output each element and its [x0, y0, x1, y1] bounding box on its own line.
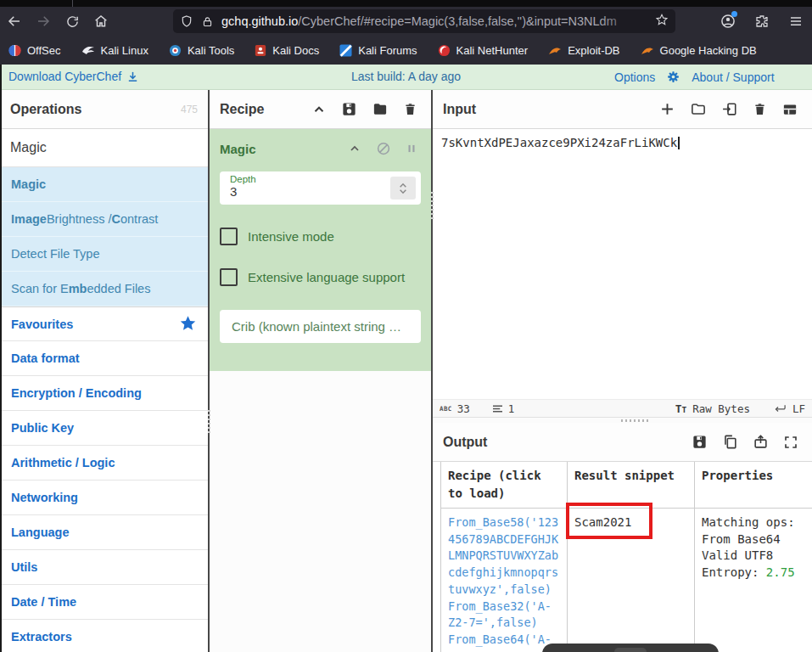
disable-operation-icon[interactable]	[376, 141, 391, 156]
depth-input[interactable]	[230, 184, 357, 199]
splitter-recipe-io[interactable]	[431, 90, 433, 652]
depth-label: Depth	[230, 174, 411, 184]
operation-result-detect-file-type[interactable]: Detect File Type	[0, 237, 208, 272]
bookmark-kali-linux[interactable]: Kali Linux	[81, 44, 148, 57]
category-encryption-encoding[interactable]: Encryption / Encoding	[0, 376, 208, 411]
bookmark-label: Kali NetHunter	[456, 44, 529, 57]
bookmark-label: Kali Forums	[358, 44, 417, 57]
download-cyberchef-link[interactable]: Download CyberChef	[8, 70, 139, 83]
bookmark-kali-nethunter[interactable]: Kali NetHunter	[438, 44, 529, 57]
bookmark-kali-forums[interactable]: Kali Forums	[339, 44, 417, 57]
operation-result-magic[interactable]: Magic	[0, 167, 208, 202]
bookmark-offsec[interactable]: OffSec	[8, 44, 61, 57]
category-data-format[interactable]: Data format	[0, 341, 208, 376]
input-tabs-layout-icon[interactable]	[781, 102, 798, 117]
recipe-panel: Recipe Magic D	[210, 90, 431, 652]
maximize-output-icon[interactable]	[783, 435, 798, 450]
crib-input[interactable]	[232, 319, 409, 334]
category-public-key[interactable]: Public Key	[0, 411, 208, 446]
char-count-icon: ABC	[440, 405, 452, 413]
result-recipe-link[interactable]: From_Base58('123456789ABCDEFGHJKLMNPQRST…	[441, 509, 568, 652]
save-output-icon[interactable]	[692, 434, 708, 450]
back-button[interactable]	[0, 8, 29, 34]
about-support-link[interactable]: About / Support	[692, 70, 774, 84]
char-count: 33	[457, 402, 470, 415]
bookmark-label: Kali Tools	[188, 44, 234, 57]
extensive-language-checkbox[interactable]	[220, 268, 238, 286]
category-utils[interactable]: Utils	[0, 550, 208, 585]
bookmark-exploit-db[interactable]: Exploit-DB	[548, 44, 619, 57]
splitter-gripper[interactable]	[431, 192, 434, 221]
forward-button[interactable]	[29, 8, 58, 34]
intensive-mode-checkbox[interactable]	[220, 228, 238, 245]
recipe-operation-magic[interactable]: Magic Depth	[210, 129, 431, 371]
operation-result-image-brightness-contrast[interactable]: Image Brightness / Contrast	[0, 202, 208, 237]
kali-linux-favicon	[81, 44, 95, 56]
favourites-star-icon[interactable]	[179, 314, 197, 334]
kali-nethunter-favicon	[438, 44, 451, 57]
replace-input-with-output-icon[interactable]	[753, 434, 769, 450]
stepper-down-icon	[399, 188, 407, 194]
input-textarea[interactable]: 7sKvntXdPEJaxazce9PXi24zaFrLiKWCk	[433, 129, 812, 399]
character-encoding-icon[interactable]: TT	[675, 402, 687, 415]
reload-button[interactable]	[58, 8, 87, 34]
banner-right-group: Options About / Support	[614, 70, 775, 84]
copy-output-icon[interactable]	[722, 434, 738, 450]
save-recipe-icon[interactable]	[341, 101, 357, 117]
breakpoint-pause-icon[interactable]	[406, 142, 417, 155]
bookmark-label: Kali Docs	[272, 44, 319, 57]
splitter-gripper[interactable]	[208, 410, 210, 434]
character-encoding-value[interactable]: Raw Bytes	[692, 402, 750, 415]
bookmark-kali-docs[interactable]: Kali Docs	[255, 44, 319, 57]
favourites-label: Favourites	[11, 318, 73, 331]
star-outline-icon	[655, 13, 669, 26]
url-bar[interactable]: gchq.github.io/CyberChef/#recipe=Magic(3…	[173, 9, 675, 33]
menu-button[interactable]	[783, 9, 809, 33]
column-header-recipe: Recipe (click to load)	[441, 462, 568, 509]
clear-input-trash-icon[interactable]	[753, 101, 767, 117]
account-button[interactable]	[715, 9, 741, 33]
category-extractors[interactable]: Extractors	[0, 620, 208, 652]
depth-stepper[interactable]	[390, 177, 416, 200]
eol-value[interactable]: LF	[792, 402, 805, 415]
clear-recipe-trash-icon[interactable]	[403, 101, 417, 117]
splitter-gripper[interactable]	[621, 419, 648, 422]
output-header: Output	[433, 423, 812, 462]
open-file-folder-icon[interactable]	[690, 101, 707, 117]
intensive-mode-label: Intensive mode	[248, 229, 334, 244]
collapse-operation-icon[interactable]	[348, 142, 361, 155]
bookmark-star-button[interactable]	[655, 13, 669, 30]
splitter-operations-recipe[interactable]	[208, 90, 210, 652]
add-input-tab-icon[interactable]	[659, 101, 675, 117]
hamburger-icon	[788, 14, 804, 29]
operation-result-scan-embedded-files[interactable]: Scan for Embedded Files	[0, 272, 208, 306]
extensions-button[interactable]	[749, 9, 775, 33]
input-title: Input	[443, 102, 476, 117]
operations-count: 475	[181, 104, 198, 115]
collapse-recipe-icon[interactable]	[311, 102, 327, 117]
io-horizontal-splitter[interactable]	[433, 418, 812, 423]
operations-search-input[interactable]	[0, 129, 208, 166]
offsec-favicon	[8, 44, 21, 57]
load-recipe-folder-icon[interactable]	[372, 101, 389, 117]
open-folder-input-icon[interactable]	[721, 101, 738, 117]
tab-strip	[0, 0, 812, 7]
category-date-time[interactable]: Date / Time	[0, 585, 208, 620]
category-language[interactable]: Language	[0, 515, 208, 550]
gear-icon[interactable]	[666, 70, 680, 84]
bookmark-label: Kali Linux	[101, 44, 148, 57]
bookmark-kali-tools[interactable]: Kali Tools	[169, 44, 234, 57]
annotation-red-box	[566, 503, 652, 539]
tab-edge	[72, 0, 73, 7]
bookmark-label: Google Hacking DB	[660, 44, 757, 57]
category-networking[interactable]: Networking	[0, 481, 208, 515]
exploit-db-favicon	[548, 44, 562, 56]
options-link[interactable]: Options	[614, 70, 655, 84]
url-fade	[599, 11, 650, 31]
home-button[interactable]	[87, 8, 115, 34]
result-properties-cell: Matching ops: From Base64 Valid UTF8 Ent…	[695, 509, 812, 652]
input-header: Input	[433, 90, 812, 129]
category-arithmetic-logic[interactable]: Arithmetic / Logic	[0, 446, 208, 481]
category-favourites[interactable]: Favourites	[0, 306, 208, 341]
bookmark-google-hacking-db[interactable]: Google Hacking DB	[641, 44, 757, 57]
